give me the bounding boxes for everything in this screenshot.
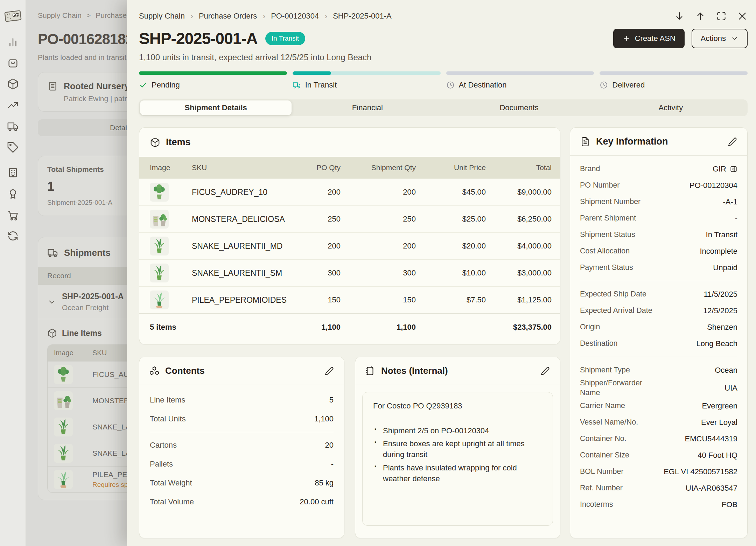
app-logo-icon[interactable] (4, 8, 22, 24)
key-info-row: Expected Arrival Date12/5/2025 (580, 302, 737, 319)
table-row[interactable]: MONSTERA_DELICIOSA 250 250 $25.00 $6,250… (139, 205, 560, 232)
items-count: 5 items (150, 323, 288, 332)
breadcrumb-separator: > (86, 11, 91, 20)
record-mode: Ocean Freight (62, 303, 124, 312)
contents-title: Contents (165, 365, 205, 376)
key-info-title: Key Information (596, 136, 668, 147)
key-info-row: Container Size40 Foot HQ (580, 447, 737, 464)
tab-shipment-details[interactable]: Shipment Details (140, 100, 292, 115)
package-icon[interactable] (7, 78, 19, 90)
shopping-bag-icon[interactable] (7, 57, 19, 69)
contents-card: Contents Line Items5 Total Units1,100 Ca… (139, 357, 344, 538)
edit-pencil-icon[interactable] (728, 137, 737, 147)
bar-chart-icon[interactable] (7, 36, 19, 48)
record-id: SHP-2025-001-A (62, 292, 124, 301)
breadcrumb-item[interactable]: Purchase Orders (199, 12, 257, 21)
breadcrumb-item[interactable]: Supply Chain (139, 12, 185, 21)
key-info-row: Shipment TypeOcean (580, 362, 737, 378)
award-icon[interactable] (7, 188, 19, 200)
building-icon (47, 81, 58, 92)
tag-icon[interactable] (7, 141, 19, 153)
shipment-summary: 1,100 units in transit, expected arrival… (139, 52, 748, 62)
tab-documents[interactable]: Documents (443, 100, 595, 115)
key-info-row: Carrier NameEvergreen (580, 398, 737, 414)
progress-bar (600, 71, 748, 75)
edit-pencil-icon[interactable] (324, 366, 334, 376)
sync-icon[interactable] (7, 230, 19, 242)
shipment-progress-stepper: Pending In Transit At Destination Delive… (139, 71, 748, 90)
plant-image (54, 444, 73, 463)
breadcrumb: Supply Chain › Purchase Orders › PO-0012… (139, 11, 392, 21)
plant-image (54, 391, 73, 410)
edit-pencil-icon[interactable] (540, 366, 550, 376)
notes-card: Notes (Internal) For Costco PO Q2939183 … (355, 357, 560, 538)
step-delivered: Delivered (600, 71, 748, 90)
items-table-header: Image SKU PO Qty Shipment Qty Unit Price… (139, 157, 560, 178)
table-row[interactable]: SNAKE_LAURENTII_MD 200 200 $20.00 $4,000… (139, 232, 560, 259)
key-info-row: Payment StatusUnpaid (580, 259, 737, 276)
chevron-down-icon[interactable] (47, 298, 56, 307)
divider (150, 432, 334, 432)
file-text-icon (580, 136, 590, 147)
notes-content[interactable]: For Costco PO Q2939183 Shipment 2/5 on P… (362, 392, 553, 526)
contents-row: Pallets- (150, 455, 334, 474)
key-info-row: Expected Ship Date11/5/2025 (580, 286, 737, 302)
breadcrumb-separator: › (190, 11, 193, 21)
plant-image (54, 470, 73, 489)
key-info-row: Container No.EMCU5444319 (580, 431, 737, 447)
tab-financial[interactable]: Financial (292, 100, 443, 115)
app-icon-rail (0, 0, 26, 546)
table-row[interactable]: FICUS_AUDREY_10 200 200 $45.00 $9,000.00 (139, 178, 560, 205)
vendor-name: Rooted Nursery (64, 81, 130, 91)
package-icon (47, 328, 57, 338)
breadcrumb-item[interactable]: Supply Chain (38, 11, 82, 20)
arrow-up-icon[interactable] (695, 11, 706, 21)
notebook-pen-icon (365, 366, 376, 376)
table-row[interactable]: SNAKE_LAURENTII_SM 300 300 $10.00 $3,000… (139, 259, 560, 286)
contents-row: Total Volume20.00 cuft (150, 492, 334, 511)
key-info-row: DestinationLong Beach (580, 335, 737, 352)
contents-row: Total Units1,100 (150, 410, 334, 428)
step-in-transit: In Transit (293, 71, 441, 90)
items-title: Items (166, 137, 191, 148)
tab-activity[interactable]: Activity (595, 100, 747, 115)
shipment-title: SHP-2025-001-A (139, 29, 258, 48)
boxes-icon (149, 366, 160, 376)
truck-icon[interactable] (7, 120, 19, 132)
package-icon (150, 137, 160, 148)
left-column: Items Image SKU PO Qty Shipment Qty Unit… (139, 127, 560, 538)
building-icon[interactable] (7, 167, 19, 178)
panel-open-icon[interactable] (730, 165, 737, 173)
notes-title: Notes (Internal) (381, 365, 448, 376)
step-pending: Pending (139, 71, 287, 90)
breadcrumb-item[interactable]: PO-00120304 (271, 12, 319, 21)
plant-image (150, 290, 169, 309)
step-at-destination: At Destination (446, 71, 594, 90)
create-asn-button[interactable]: Create ASN (613, 29, 685, 48)
items-card: Items Image SKU PO Qty Shipment Qty Unit… (139, 127, 560, 344)
divider (580, 357, 737, 357)
key-info-row: BOL NumberEGL VI 42500571582 (580, 464, 737, 480)
clock-icon (600, 81, 608, 89)
line-items-title: Line Items (62, 329, 102, 338)
maximize-icon[interactable] (716, 11, 727, 21)
contents-row: Cartons20 (150, 436, 334, 455)
breadcrumb-item[interactable]: SHP-2025-001-A (333, 12, 392, 21)
close-icon[interactable] (737, 11, 748, 21)
key-info-row: IncotermsFOB (580, 497, 737, 513)
trending-up-icon[interactable] (7, 99, 19, 111)
key-information-card: Key Information Brand GIR PO NumberPO-00… (570, 127, 748, 538)
check-icon (139, 81, 147, 89)
progress-bar (446, 71, 594, 75)
actions-button[interactable]: Actions (692, 29, 748, 48)
note-bullet: Plants have insulated wrapping for cold … (373, 462, 542, 484)
table-row[interactable]: PILEA_PEPEROMIOIDES 150 150 $7.50 $1,125… (139, 286, 560, 313)
shopping-cart-icon[interactable] (7, 209, 19, 221)
truck-icon (47, 247, 58, 258)
key-info-row: Ref. NumberUIA-AR063547 (580, 480, 737, 497)
key-info-row: Shipper/Forwarder NameUIA (580, 378, 737, 398)
key-info-row: OriginShenzen (580, 319, 737, 335)
plant-image (54, 418, 73, 436)
arrow-down-icon[interactable] (674, 11, 685, 21)
key-info-row: Vessel Name/No.Ever Loyal (580, 414, 737, 431)
